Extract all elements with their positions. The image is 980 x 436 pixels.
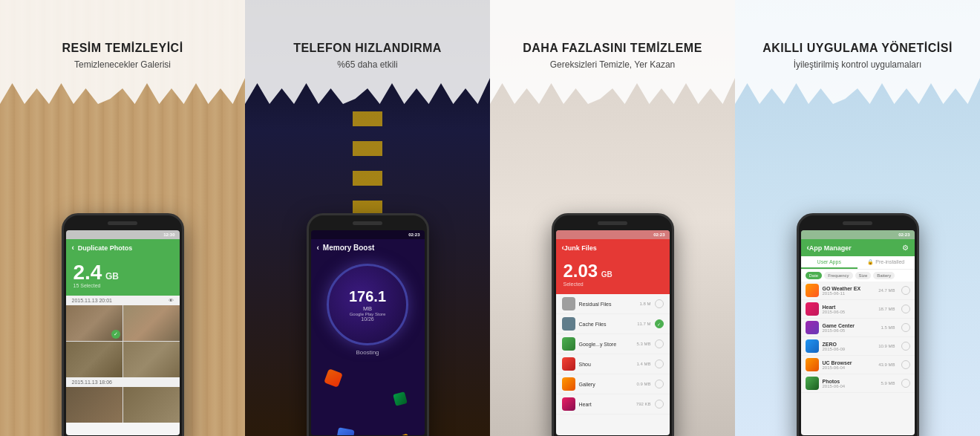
filter-date[interactable]: Date — [806, 272, 823, 279]
junk-list: Residual Files 1.8 M Cache Files 11.7 M … — [556, 294, 670, 414]
junk-item-icon — [562, 297, 575, 310]
back-arrow-1: ‹ — [72, 244, 74, 252]
tab-user-apps[interactable]: User Apps — [801, 256, 858, 269]
junk-item-size: 5.3 MB — [636, 342, 650, 346]
app-icon — [806, 302, 819, 316]
app-date: 2015-06-04 — [823, 384, 878, 388]
panel-1-title: RESİM TEMİZLEYİCİ — [62, 42, 183, 55]
junk-item-check[interactable] — [655, 299, 664, 308]
screen-3-title: Junk Files — [564, 244, 597, 252]
app-size: 1.5 MB — [881, 325, 895, 330]
junk-gb-value: 2.03 — [564, 261, 598, 281]
tab-pre-installed[interactable]: 🔒 Pre-installed — [858, 256, 915, 269]
app-info: ZERO 2015-06-09 — [823, 342, 875, 351]
app-size: 43.9 MB — [878, 362, 895, 367]
app-size: 18.7 MB — [878, 307, 895, 311]
junk-item-name: Google...y Store — [579, 342, 633, 347]
junk-item-icon — [562, 337, 575, 351]
junk-item-check[interactable] — [655, 400, 664, 409]
panel-1-subtitle: Temizlenecekler Galerisi — [74, 59, 171, 70]
junk-list-item: Shou 1.4 MB — [556, 354, 670, 374]
screen-4-title: App Manager — [809, 244, 852, 252]
filter-battery[interactable]: Battery — [873, 272, 895, 279]
check-badge-1: ✓ — [111, 330, 120, 339]
app-checkbox[interactable] — [901, 305, 910, 313]
panel-junk-files: DAHA FAZLASINI TEMİZLEME Gereksizleri Te… — [490, 0, 735, 436]
junk-list-item: Google...y Store 5.3 MB — [556, 334, 670, 354]
status-time-2: 02:23 — [408, 232, 419, 237]
app-checkbox[interactable] — [901, 286, 910, 295]
junk-item-icon — [562, 317, 575, 331]
app-list: GO Weather EX 2015-06-11 24.7 MB Heart 2… — [801, 282, 915, 393]
app-list-item: UC Browser 2015-06-04 43.9 MB — [801, 356, 915, 374]
status-time-1: 12:30 — [163, 232, 174, 237]
panel-2-title: TELEFON HIZLANDIRMA — [293, 42, 442, 55]
app-checkbox[interactable] — [901, 360, 910, 369]
junk-list-item: Cache Files 11.7 M ✓ — [556, 314, 670, 334]
app-list-item: Game Center 2015-06-05 1.5 MB — [801, 319, 915, 337]
app-info: Game Center 2015-06-05 — [823, 323, 878, 333]
phone-1: 12:30 ‹ Duplicate Photos 2.4 GB 15 Selec… — [62, 213, 184, 436]
photo-cell-3 — [66, 342, 122, 377]
photo-cell-4 — [123, 342, 180, 377]
photo-cell-2 — [123, 305, 180, 341]
app-size: 5.9 MB — [881, 381, 895, 385]
junk-item-name: Residual Files — [579, 302, 636, 307]
app-checkbox[interactable] — [901, 342, 910, 351]
junk-item-size: 11.7 M — [637, 322, 650, 326]
phone-2: 02:23 ‹ Memory Boost 176.1 MB Google Pla… — [307, 213, 429, 436]
screen-2-title: Memory Boost — [323, 244, 374, 252]
app-name: UC Browser — [823, 360, 875, 365]
app-name: GO Weather EX — [823, 286, 875, 291]
app-info: GO Weather EX 2015-06-11 — [823, 286, 875, 296]
junk-item-icon — [562, 357, 575, 371]
screen-1-title: Duplicate Photos — [78, 244, 133, 252]
filter-size[interactable]: Size — [855, 272, 872, 279]
junk-gb-label: Selected — [564, 282, 662, 287]
app-checkbox[interactable] — [901, 323, 910, 332]
app-date: 2015-06-11 — [823, 291, 875, 296]
settings-icon: ⚙ — [902, 244, 909, 252]
gb-selected-1: 15 Selected — [74, 283, 172, 288]
filter-frequency[interactable]: Frequency — [824, 272, 852, 279]
cube-2 — [393, 391, 408, 406]
eye-icon: 👁 — [169, 298, 174, 303]
junk-list-item: Heart 792 KB — [556, 394, 670, 414]
app-list-item: GO Weather EX 2015-06-11 24.7 MB — [801, 282, 915, 300]
app-icon — [806, 321, 819, 334]
date-label-1: 2015.11.13 20:01 — [72, 298, 113, 303]
cube-3 — [336, 427, 354, 435]
app-name: ZERO — [823, 342, 875, 347]
junk-item-check[interactable]: ✓ — [655, 319, 664, 328]
panel-memory-boost: TELEFON HIZLANDIRMA %65 daha etkili 02:2… — [245, 0, 490, 436]
panel-4-title: AKILLI UYGULAMA YÖNETİCİSİ — [762, 42, 953, 55]
junk-item-icon — [562, 397, 575, 411]
cube-4 — [394, 433, 411, 435]
junk-item-check[interactable] — [655, 359, 664, 368]
junk-item-check[interactable] — [655, 380, 664, 388]
app-list-item: ZERO 2015-06-09 10.9 MB — [801, 337, 915, 356]
photo-cell-1: ✓ — [66, 305, 122, 341]
panel-3-title: DAHA FAZLASINI TEMİZLEME — [523, 42, 702, 55]
status-time-3: 02:23 — [653, 232, 664, 237]
junk-item-check[interactable] — [655, 339, 664, 348]
boost-status: Boosting — [356, 349, 379, 356]
boost-unit: MB — [363, 305, 372, 312]
junk-item-size: 792 KB — [636, 402, 651, 406]
panel-3-subtitle: Gereksizleri Temizle, Yer Kazan — [550, 59, 676, 70]
photo-cell-5 — [66, 387, 122, 423]
phone-4: 02:23 ‹ App Manager ⚙ User Apps🔒 Pre-ins… — [797, 213, 919, 436]
app-date: 2015-06-09 — [823, 347, 875, 351]
app-name: Heart — [823, 305, 875, 310]
junk-item-size: 0.9 MB — [636, 382, 650, 386]
junk-item-name: Gallery — [579, 382, 633, 387]
app-checkbox[interactable] — [901, 379, 910, 388]
junk-item-size: 1.4 MB — [636, 362, 650, 366]
boost-mb: 176.1 — [349, 288, 386, 305]
gb-unit-1: GB — [105, 271, 119, 282]
junk-list-item: Gallery 0.9 MB — [556, 374, 670, 394]
date-label-2: 2015.11.13 18:06 — [72, 380, 113, 385]
junk-item-icon — [562, 377, 575, 391]
junk-list-item: Residual Files 1.8 M — [556, 294, 670, 314]
app-size: 10.9 MB — [878, 344, 895, 348]
